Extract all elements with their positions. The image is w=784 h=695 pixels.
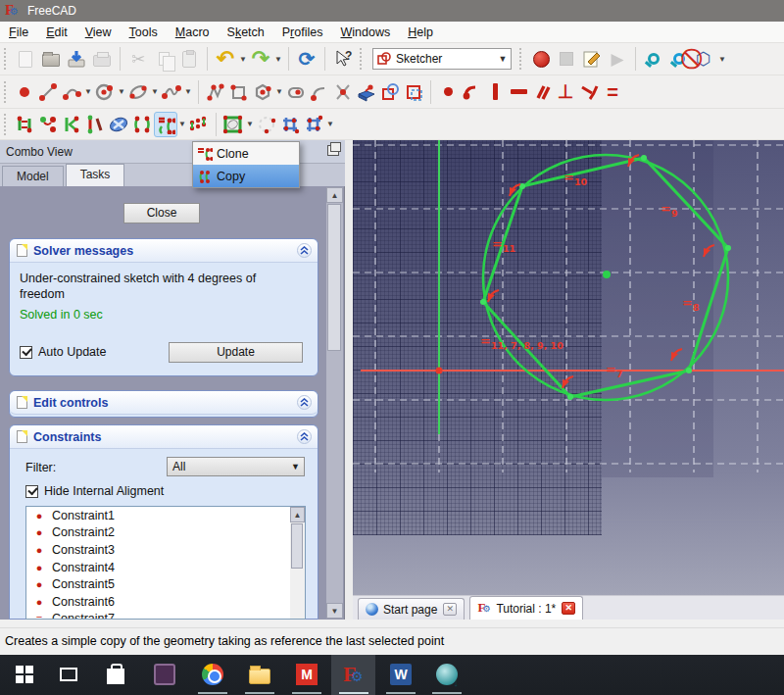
clone-copy-dropdown-arrow[interactable]: ▼ bbox=[177, 112, 187, 137]
menu-view[interactable]: View bbox=[76, 22, 121, 43]
constrain-point-on-object-icon[interactable] bbox=[460, 79, 483, 105]
create-slot-icon[interactable] bbox=[284, 79, 308, 105]
redo-icon[interactable]: ↷ bbox=[248, 46, 273, 72]
zoom-box-icon[interactable] bbox=[666, 46, 692, 72]
create-polyline-icon[interactable] bbox=[204, 79, 227, 105]
list-scrollbar[interactable]: ▲ bbox=[290, 507, 305, 620]
create-arc-icon[interactable] bbox=[60, 79, 83, 105]
menu-help[interactable]: Help bbox=[399, 22, 442, 43]
list-item[interactable]: ●Constraint3 bbox=[26, 541, 305, 559]
create-rectangle-icon[interactable] bbox=[227, 79, 251, 105]
file-explorer-icon[interactable] bbox=[247, 662, 272, 687]
constrain-perpendicular-icon[interactable]: ⊥ bbox=[554, 79, 577, 105]
constrain-tangent-icon[interactable] bbox=[577, 79, 601, 105]
select-redundant-icon[interactable] bbox=[107, 112, 130, 137]
macro-stop-icon[interactable] bbox=[554, 46, 579, 72]
external-geometry-icon[interactable] bbox=[355, 79, 378, 105]
create-bspline-icon[interactable] bbox=[160, 79, 183, 105]
close-button[interactable]: Close bbox=[123, 203, 200, 223]
menu-item-clone[interactable]: Clone bbox=[193, 142, 299, 165]
rectangular-array-icon[interactable] bbox=[187, 112, 211, 137]
draw-style-dropdown-arrow[interactable]: ▼ bbox=[717, 46, 727, 72]
scroll-up-icon[interactable]: ▲ bbox=[326, 187, 343, 203]
whats-this-icon[interactable]: ? bbox=[330, 46, 356, 72]
macro-record-icon[interactable] bbox=[528, 46, 554, 72]
open-file-icon[interactable] bbox=[38, 46, 64, 72]
menu-macro[interactable]: Macro bbox=[167, 22, 219, 43]
select-elements-icon[interactable] bbox=[83, 112, 107, 137]
constrain-coincident-icon[interactable] bbox=[436, 79, 460, 105]
constrain-vertical-icon[interactable] bbox=[483, 79, 507, 105]
list-item[interactable]: ●Constraint4 bbox=[26, 559, 305, 576]
freecad-taskbar-icon[interactable]: F⚙ bbox=[341, 662, 367, 687]
tab-tutorial[interactable]: F⚙ Tutorial : 1* ✕ bbox=[469, 596, 583, 620]
toggle-construction-geometry-icon[interactable] bbox=[221, 112, 245, 137]
trim-edge-icon[interactable] bbox=[331, 79, 355, 105]
start-button[interactable] bbox=[12, 662, 37, 687]
menu-edit[interactable]: Edit bbox=[37, 22, 76, 43]
3d-viewport[interactable]: =10 =9 =11 =8 =7 =11, 7, 8, 9, 10 bbox=[353, 140, 784, 595]
menu-profiles[interactable]: Profiles bbox=[273, 22, 332, 43]
print-icon[interactable] bbox=[89, 46, 115, 72]
menu-item-copy[interactable]: Copy bbox=[193, 165, 299, 187]
toggle-construction-icon[interactable] bbox=[402, 79, 425, 105]
mail-m-icon[interactable]: M bbox=[294, 662, 319, 687]
task-view-icon[interactable] bbox=[56, 662, 81, 687]
switch-virtual-space-a-icon[interactable] bbox=[278, 112, 302, 137]
collapse-chevron-icon[interactable] bbox=[297, 243, 312, 258]
new-file-icon[interactable] bbox=[13, 46, 38, 72]
chrome-icon[interactable] bbox=[200, 662, 225, 687]
carbon-copy-icon[interactable] bbox=[378, 79, 402, 105]
menu-tools[interactable]: Tools bbox=[121, 22, 167, 43]
close-shape-icon[interactable] bbox=[13, 112, 36, 137]
bspline-show-degree-icon[interactable] bbox=[255, 112, 278, 137]
tab-tasks[interactable]: Tasks bbox=[66, 164, 125, 186]
paste-icon[interactable] bbox=[176, 46, 202, 72]
float-panel-icon[interactable] bbox=[327, 145, 339, 156]
menu-file[interactable]: File bbox=[0, 22, 37, 43]
collapse-chevron-icon[interactable] bbox=[297, 395, 312, 410]
tab-model[interactable]: Model bbox=[2, 166, 64, 186]
select-constraints-icon[interactable] bbox=[60, 112, 83, 137]
scroll-down-icon[interactable]: ▼ bbox=[326, 603, 343, 619]
tab-start-page[interactable]: Start page ✕ bbox=[358, 598, 465, 620]
constraint-label[interactable]: =9 bbox=[661, 201, 678, 219]
app-grid-icon[interactable] bbox=[152, 662, 177, 687]
create-point-icon[interactable] bbox=[13, 79, 36, 105]
clone-copy-button[interactable] bbox=[154, 112, 177, 137]
redo-dropdown-arrow[interactable]: ▼ bbox=[273, 46, 283, 72]
connect-edges-icon[interactable] bbox=[36, 112, 60, 137]
constrain-horizontal-icon[interactable] bbox=[507, 79, 530, 105]
constraint-label[interactable]: =8 bbox=[682, 295, 700, 313]
cut-icon[interactable]: ✂ bbox=[125, 46, 151, 72]
switch-virtual-space-b-icon[interactable] bbox=[302, 112, 325, 137]
macro-edit-icon[interactable] bbox=[579, 46, 605, 72]
workbench-selector[interactable]: Sketcher ▼ bbox=[372, 48, 512, 70]
create-conic-icon[interactable] bbox=[126, 79, 150, 105]
constraint-label[interactable]: =7 bbox=[606, 362, 623, 379]
undo-icon[interactable]: ↶ bbox=[213, 46, 238, 72]
constraint-label[interactable]: =10 bbox=[564, 170, 587, 187]
create-circle-icon[interactable] bbox=[93, 79, 117, 105]
panel-scrollbar[interactable]: ▲ ▼ bbox=[326, 187, 343, 619]
microsoft-store-icon[interactable] bbox=[103, 662, 128, 687]
refresh-icon[interactable]: ⟳ bbox=[294, 46, 319, 72]
undo-dropdown-arrow[interactable]: ▼ bbox=[238, 46, 248, 72]
draw-style-icon[interactable]: ⬡⃠ bbox=[692, 46, 717, 72]
create-line-icon[interactable] bbox=[36, 79, 60, 105]
create-polygon-icon[interactable] bbox=[251, 79, 274, 105]
macro-run-icon[interactable]: ▶ bbox=[605, 46, 630, 72]
list-item[interactable]: ●Constraint5 bbox=[26, 575, 305, 593]
download-globe-icon[interactable] bbox=[434, 662, 460, 687]
list-item[interactable]: ●Constraint1 bbox=[26, 507, 305, 524]
word-icon[interactable]: W bbox=[388, 662, 414, 687]
copy-icon[interactable] bbox=[151, 46, 176, 72]
save-icon[interactable] bbox=[64, 46, 89, 72]
auto-update-checkbox[interactable] bbox=[20, 346, 32, 359]
menu-sketch[interactable]: Sketch bbox=[219, 22, 273, 43]
hide-internal-alignment-checkbox[interactable] bbox=[25, 485, 38, 498]
list-item[interactable]: ●Constraint2 bbox=[26, 524, 305, 542]
close-tab-icon[interactable]: ✕ bbox=[562, 602, 575, 615]
create-fillet-icon[interactable] bbox=[308, 79, 331, 105]
filter-dropdown[interactable]: All ▼ bbox=[167, 457, 305, 476]
